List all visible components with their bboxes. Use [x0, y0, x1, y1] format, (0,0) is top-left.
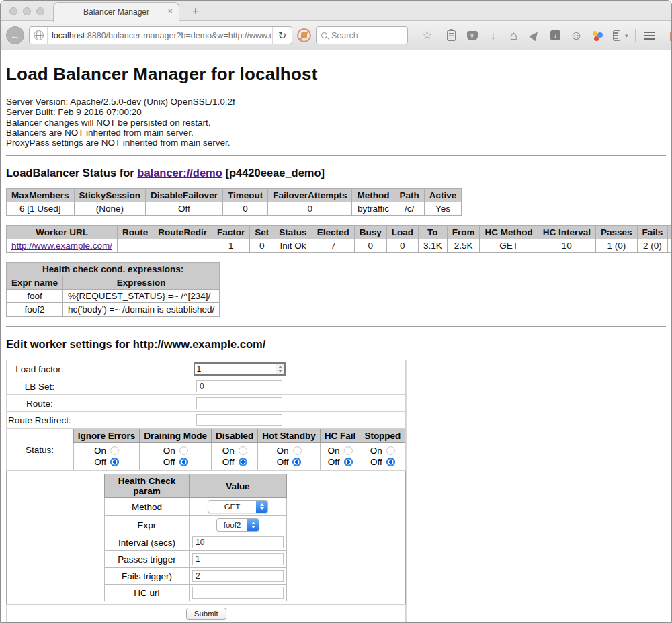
balancer-status-table: MaxMembers StickySession DisableFailover… [6, 188, 462, 216]
method-select-value: GET [208, 501, 256, 513]
heading-suffix: [p4420eeae_demo] [222, 167, 325, 179]
url-bar[interactable]: localhost:8880/balancer-manager?b=demo&w… [29, 26, 292, 44]
toolbar-separator [635, 29, 636, 42]
load-factor-field[interactable] [194, 362, 286, 376]
tab-groups-icon[interactable]: ▦ [666, 26, 672, 44]
hc-fail-on-radio[interactable] [344, 446, 353, 455]
server-info: Server Version: Apache/2.5.0-dev (Unix) … [6, 97, 666, 148]
off-label: Off [163, 456, 175, 468]
proxypass-note-line: ProxyPass settings are NOT inherited fro… [6, 138, 666, 148]
table-title-row: Health check cond. expressions: [7, 263, 220, 276]
hot-standby-off-radio[interactable] [292, 458, 301, 466]
divider [6, 155, 666, 156]
status-header-row: Ignore Errors Draining Mode Disabled Hot… [73, 429, 405, 443]
feedback-smiley-icon[interactable]: ☺ [567, 26, 585, 44]
ignore-errors-on-radio[interactable] [110, 446, 119, 455]
tab-close-icon[interactable]: × [167, 7, 173, 15]
blocked-content-icon[interactable] [297, 28, 311, 42]
reload-icon[interactable]: ↻ [272, 27, 292, 44]
worker-url-link[interactable]: http://www.example.com/ [11, 241, 112, 251]
home-icon[interactable]: ⌂ [505, 26, 523, 44]
chevron-down-icon[interactable]: ▾ [625, 32, 628, 39]
ignore-errors-off-radio[interactable] [110, 458, 119, 466]
hc-row-hc-uri: HC uri [105, 585, 287, 601]
tab-balancer-manager[interactable]: Balancer Manager × [53, 2, 179, 22]
passes-trigger-input[interactable] [192, 553, 284, 565]
tab-title: Balancer Manager [83, 7, 149, 17]
worker-table: Worker URL Route RouteRedir Factor Set S… [6, 225, 671, 253]
table-header-row: Expr name Expression [7, 276, 220, 290]
on-label: On [370, 445, 382, 456]
heading-prefix: LoadBalancer Status for [6, 167, 137, 179]
col-expr-name: Expr name [7, 276, 63, 290]
balancer-demo-link[interactable]: balancer://demo [137, 167, 222, 179]
col-expression: Expression [63, 276, 220, 290]
expr-select-value: foof2 [217, 519, 247, 531]
pocket-icon[interactable]: ∨ [463, 26, 481, 44]
bookmark-star-icon[interactable]: ☆ [418, 26, 436, 44]
globe-icon [34, 30, 44, 40]
route-label: Route: [7, 395, 73, 412]
number-stepper-icon[interactable] [276, 364, 284, 374]
new-tab-button[interactable]: + [187, 3, 204, 20]
lb-set-input[interactable] [196, 380, 282, 392]
interval-input[interactable] [192, 536, 284, 548]
disabled-off-radio[interactable] [239, 458, 247, 466]
hc-uri-input[interactable] [192, 587, 284, 599]
col-active: Active [424, 189, 462, 202]
draining-mode-off-radio[interactable] [179, 458, 188, 466]
window-minimize-button[interactable] [23, 7, 31, 15]
off-label: Off [370, 456, 382, 468]
downloads-icon[interactable]: ↓ [484, 26, 502, 44]
method-select[interactable]: GET [208, 500, 268, 513]
save-page-icon[interactable]: ↓ [546, 26, 564, 44]
url-path: :8880/balancer-manager?b=demo&w=http://w… [85, 31, 272, 40]
menu-icon[interactable] [641, 26, 659, 44]
stopped-off-radio[interactable] [386, 458, 395, 466]
hc-fail-off-radio[interactable] [344, 458, 353, 466]
table-header-row: Worker URL Route RouteRedir Factor Set S… [7, 226, 672, 239]
extension-dots-icon[interactable] [588, 26, 606, 44]
sidebar-list-icon[interactable] [609, 26, 624, 44]
submit-button[interactable]: Submit [186, 608, 226, 620]
page-content: Load Balancer Manager for localhost Serv… [1, 50, 671, 623]
edit-worker-form: Load factor: LB Set: Route: Route Redire… [6, 360, 406, 623]
persist-note-line: Balancer changes will NOT be persisted o… [6, 118, 666, 128]
balancers-note-line: Balancers are NOT inherited from main se… [6, 128, 666, 138]
hot-standby-on-radio[interactable] [293, 446, 302, 455]
load-factor-input[interactable] [195, 364, 276, 374]
route-redirect-input[interactable] [196, 414, 282, 426]
back-icon[interactable]: ← [6, 26, 24, 44]
disabled-on-radio[interactable] [239, 446, 247, 455]
col-timeout: Timeout [222, 189, 267, 202]
form-row-status: Status: Ignore Errors Draining Mode Disa… [7, 429, 406, 471]
form-row-hc-params: Health Check param Value Method GET [7, 471, 406, 605]
lb-set-label: LB Set: [7, 378, 73, 395]
fails-trigger-input[interactable] [192, 570, 284, 582]
on-label: On [94, 445, 106, 456]
url-text[interactable]: localhost:8880/balancer-manager?b=demo&w… [48, 31, 272, 40]
send-icon[interactable] [526, 26, 544, 44]
table-header-row: MaxMembers StickySession DisableFailover… [7, 189, 462, 202]
off-label: Off [328, 456, 340, 468]
browser-window: Balancer Manager × + ← localhost:8880/ba… [0, 0, 672, 623]
col-hot-standby: Hot Standby [258, 429, 321, 443]
page-title: Load Balancer Manager for localhost [6, 50, 666, 85]
reading-list-icon[interactable] [442, 26, 460, 44]
server-version-line: Server Version: Apache/2.5.0-dev (Unix) … [6, 97, 666, 107]
window-close-button[interactable] [9, 7, 17, 15]
site-identity[interactable] [30, 27, 48, 44]
balancer-status-heading: LoadBalancer Status for balancer://demo … [6, 167, 666, 179]
off-label: Off [222, 456, 235, 468]
expr-select[interactable]: foof2 [216, 518, 259, 532]
window-zoom-button[interactable] [36, 7, 44, 15]
worker-row: http://www.example.com/ 1 0 Init Ok 7 0 … [7, 239, 672, 253]
draining-mode-on-radio[interactable] [179, 446, 188, 455]
route-input[interactable] [196, 397, 282, 409]
col-method: Method [352, 189, 394, 202]
search-bar[interactable]: Search [316, 26, 408, 44]
server-built-line: Server Built: Feb 9 2016 07:00:20 [6, 107, 666, 117]
toolbar-buttons: ☆ ∨ ↓ ⌂ ↓ ☺ ▾ ▦ [418, 26, 672, 44]
toolbar-separator [439, 29, 439, 42]
stopped-on-radio[interactable] [386, 446, 395, 455]
